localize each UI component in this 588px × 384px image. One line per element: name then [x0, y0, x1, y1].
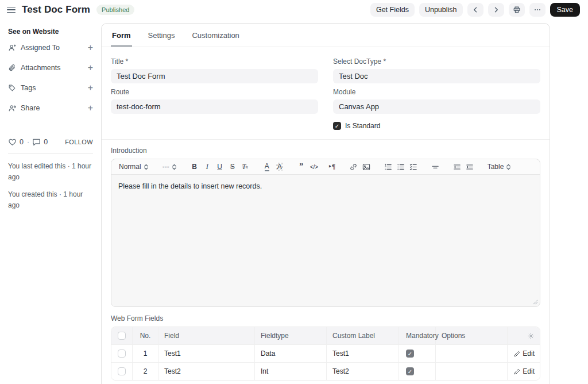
prev-button[interactable] — [467, 3, 483, 17]
table-settings-gear-icon[interactable] — [527, 332, 535, 340]
is-standard-checkbox[interactable]: ✓ — [333, 122, 341, 130]
align-button[interactable] — [430, 161, 441, 172]
row-field[interactable]: Test2 — [158, 363, 255, 380]
chevron-left-icon — [472, 6, 479, 13]
blockquote-button[interactable]: ” — [296, 161, 307, 172]
status-badge: Published — [96, 5, 134, 15]
updown-icon — [506, 164, 511, 170]
bullet-list-button[interactable] — [395, 161, 407, 172]
pencil-icon — [514, 351, 520, 357]
share-icon — [8, 104, 16, 112]
print-button[interactable] — [509, 3, 525, 17]
title-field-group: Title * — [111, 57, 318, 83]
bold-button[interactable]: B — [189, 161, 200, 172]
highlight-color-button[interactable]: A — [274, 161, 285, 172]
social-row: 0 · 0 FOLLOW — [8, 138, 93, 146]
italic-button[interactable]: I — [202, 161, 213, 172]
font-size-dropdown[interactable]: --- — [161, 161, 179, 172]
text-color-button[interactable]: A — [261, 161, 273, 172]
indent-icon — [466, 163, 474, 171]
row-field[interactable]: Test1 — [158, 345, 255, 362]
sidebar-item-label: Share — [21, 104, 83, 112]
created-note: You created this · 1 hour ago — [8, 189, 93, 210]
module-input[interactable] — [333, 99, 540, 114]
comments-count: 0 — [44, 138, 48, 146]
row-fieldtype[interactable]: Int — [255, 363, 327, 380]
row-select-checkbox[interactable] — [118, 367, 126, 375]
underline-button[interactable]: U — [214, 161, 226, 172]
row-custom-label[interactable]: Test2 — [327, 363, 399, 380]
row-options[interactable] — [436, 345, 508, 362]
menu-icon[interactable] — [7, 6, 16, 14]
tab-settings[interactable]: Settings — [147, 24, 176, 47]
rich-text-editor: Normal --- B I U S Tx A A — [111, 159, 540, 307]
more-actions-button[interactable] — [529, 3, 546, 17]
route-label: Route — [111, 88, 318, 96]
updown-icon — [144, 164, 149, 170]
link-button[interactable] — [348, 161, 359, 172]
comment-icon[interactable] — [32, 138, 41, 146]
add-assigned-to-button[interactable]: + — [88, 43, 93, 52]
tab-customization[interactable]: Customization — [191, 24, 240, 47]
tab-form[interactable]: Form — [111, 24, 132, 47]
row-custom-label[interactable]: Test1 — [327, 345, 399, 362]
doctype-input[interactable] — [333, 69, 540, 83]
page-title: Test Doc Form — [22, 4, 90, 16]
row-fieldtype[interactable]: Data — [255, 345, 327, 362]
chevron-right-icon — [493, 6, 500, 13]
text-direction-button[interactable]: ‣¶ — [326, 161, 338, 172]
introduction-editor-content[interactable]: Please fill in the details to insert new… — [111, 175, 540, 306]
code-button[interactable]: </> — [308, 161, 320, 172]
outdent-button[interactable] — [451, 161, 463, 172]
clear-format-button[interactable]: Tx — [239, 161, 251, 172]
follow-button[interactable]: FOLLOW — [65, 139, 93, 145]
web-form-fields-label: Web Form Fields — [111, 314, 540, 322]
select-all-checkbox[interactable] — [118, 332, 126, 340]
table-header-row: No. Field Fieldtype Custom Label Mandato… — [111, 327, 540, 344]
likes-count: 0 — [20, 138, 24, 146]
row-no: 2 — [133, 363, 158, 380]
table-dropdown[interactable]: Table — [486, 161, 513, 172]
row-select-checkbox[interactable] — [118, 350, 126, 358]
link-icon — [350, 163, 357, 171]
save-button[interactable]: Save — [550, 3, 581, 17]
route-input[interactable] — [111, 99, 318, 114]
is-standard-field-group: ✓ Is Standard — [333, 122, 540, 130]
table-row: 2 Test2 Int Test2 ✓ Edit — [111, 362, 540, 380]
title-input[interactable] — [111, 69, 318, 83]
insert-image-button[interactable] — [361, 161, 372, 172]
paragraph-style-dropdown[interactable]: Normal — [117, 161, 150, 172]
get-fields-button[interactable]: Get Fields — [370, 3, 415, 17]
ordered-list-button[interactable] — [382, 161, 394, 172]
edit-row-button[interactable]: Edit — [514, 367, 535, 375]
image-icon — [362, 163, 370, 171]
heart-icon[interactable] — [8, 138, 17, 146]
resize-handle[interactable] — [533, 299, 538, 305]
bullet-list-icon — [397, 163, 405, 171]
pencil-icon — [514, 368, 520, 375]
title-label: Title * — [111, 57, 318, 66]
table-row: 1 Test1 Data Test1 ✓ Edit — [111, 344, 540, 362]
add-tag-button[interactable]: + — [88, 83, 93, 93]
unpublish-button[interactable]: Unpublish — [419, 3, 463, 17]
mandatory-checkbox[interactable]: ✓ — [406, 350, 414, 358]
check-list-icon — [409, 163, 417, 171]
see-on-website-link[interactable]: See on Website — [8, 28, 93, 36]
sidebar-item-attachments: Attachments + — [8, 63, 93, 72]
header-options: Options — [436, 327, 508, 344]
add-share-button[interactable]: + — [88, 103, 93, 113]
next-button[interactable] — [488, 3, 504, 17]
assigned-to-icon — [8, 44, 16, 52]
row-options[interactable] — [436, 363, 508, 380]
sidebar-item-label: Tags — [21, 84, 83, 92]
form-fields-section: Title * Select DocType * Route Module ✓ … — [102, 47, 550, 139]
form-card: Form Settings Customization Title * Sele… — [101, 23, 550, 384]
indent-button[interactable] — [464, 161, 475, 172]
introduction-label: Introduction — [111, 147, 540, 155]
mandatory-checkbox[interactable]: ✓ — [406, 367, 414, 375]
strikethrough-button[interactable]: S — [227, 161, 238, 172]
edit-row-button[interactable]: Edit — [514, 350, 535, 358]
add-attachment-button[interactable]: + — [88, 63, 93, 72]
printer-icon — [513, 6, 521, 14]
check-list-button[interactable] — [408, 161, 419, 172]
